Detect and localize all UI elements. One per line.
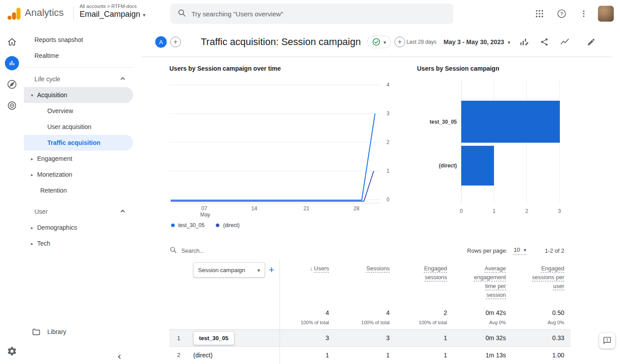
nav-monetization[interactable]: Monetization <box>24 167 133 182</box>
nav-reports-snapshot[interactable]: Reports snapshot <box>24 32 133 48</box>
add-segment-button[interactable] <box>170 37 181 47</box>
insights-button[interactable] <box>558 35 571 49</box>
nav-acquisition[interactable]: Acquisition <box>24 87 133 103</box>
data-table: Rows per page: 10 1-2 of 2 Session campa… <box>169 244 570 364</box>
chevron-down-icon <box>383 38 386 46</box>
account-badge[interactable]: A <box>155 36 167 48</box>
explore-button[interactable] <box>3 76 21 93</box>
table-totals-row: 4100% of total 4100% of total 2100% of t… <box>169 304 570 330</box>
cell-avg-time: 1m 13s <box>447 352 506 359</box>
customize-report-button[interactable] <box>517 35 531 49</box>
nav-tech[interactable]: Tech <box>24 235 133 251</box>
add-dimension-button[interactable] <box>265 262 278 277</box>
table-row[interactable]: 2 (direct) 1 1 1 1m 13s 1.00 <box>169 346 570 363</box>
dimension-select-value: Session campaign <box>198 267 245 273</box>
nav-overview[interactable]: Overview <box>24 103 133 119</box>
avatar[interactable] <box>598 6 614 22</box>
global-search[interactable] <box>170 4 453 24</box>
line-chart: 4 3 2 1 0 07 May 14 21 28 <box>169 76 395 222</box>
total-sessions: 4 <box>329 309 390 316</box>
nav-section-lifecycle[interactable]: Life cycle <box>24 71 133 87</box>
nav-section-user[interactable]: User <box>24 204 133 220</box>
nav-label: Engagement <box>37 155 72 162</box>
bar-direct <box>461 146 494 186</box>
sort-descending-icon: ↓ <box>310 265 313 272</box>
nav-label: Retention <box>40 187 67 194</box>
collapse-nav-button[interactable] <box>115 351 125 362</box>
bar-chart-icon <box>8 59 16 67</box>
cell-users: 3 <box>279 334 329 341</box>
nav-traffic-acquisition[interactable]: Traffic acquisition <box>24 135 133 151</box>
rows-per-page-select[interactable]: 10 <box>513 246 527 255</box>
nav-label: Traffic acquisition <box>47 139 100 146</box>
nav-label: Demographics <box>37 224 77 231</box>
kebab-menu-icon <box>579 9 588 18</box>
reports-button[interactable] <box>3 54 21 72</box>
chevron-up-icon <box>121 209 125 214</box>
admin-settings-button[interactable] <box>3 342 21 360</box>
report-status-badge[interactable] <box>367 36 391 48</box>
legend-item[interactable]: (direct) <box>216 222 239 228</box>
svg-text:14: 14 <box>251 205 257 212</box>
nav-user-acquisition[interactable]: User acquisition <box>24 119 133 135</box>
chevron-down-icon <box>508 38 510 46</box>
check-circle-icon <box>372 38 381 46</box>
svg-text:0: 0 <box>387 197 390 203</box>
search-input[interactable] <box>191 10 430 18</box>
column-header-engaged-sessions-per-user[interactable]: Engaged sessions per user <box>506 260 570 304</box>
table-header-row: Session campaign ↓Users Sessions Engaged… <box>169 260 570 304</box>
nav-realtime[interactable]: Realtime <box>24 48 133 64</box>
column-header-avg-engagement-time[interactable]: Average engagement time per session <box>447 260 506 304</box>
svg-text:2: 2 <box>525 208 528 214</box>
advertising-button[interactable] <box>3 97 21 114</box>
table-search-input[interactable] <box>181 247 256 254</box>
cell-users: 1 <box>279 352 329 359</box>
apps-grid-button[interactable] <box>532 6 547 22</box>
add-report-button[interactable] <box>394 37 405 47</box>
compass-icon <box>7 79 17 90</box>
svg-text:07: 07 <box>201 205 207 212</box>
feedback-button[interactable] <box>599 333 615 349</box>
chevron-down-icon <box>524 246 526 253</box>
edit-report-button[interactable] <box>585 35 598 49</box>
date-range-picker[interactable]: May 3 - May 30, 2023 <box>444 38 510 46</box>
legend-item[interactable]: test_30_05 <box>171 222 204 228</box>
table-row[interactable]: 1 test_30_05 3 3 1 0m 32s 0.33 <box>169 330 570 346</box>
dimension-header: Session campaign <box>188 260 279 304</box>
section-label: User <box>34 208 48 215</box>
total-engaged: 2 <box>390 309 447 316</box>
nav-demographics[interactable]: Demographics <box>24 220 133 235</box>
pagination-label: 1-2 of 2 <box>545 247 564 254</box>
avatar-image <box>598 6 614 22</box>
reports-active-indicator <box>5 56 19 70</box>
nav-retention[interactable]: Retention <box>24 182 133 198</box>
column-header-sessions[interactable]: Sessions <box>329 260 390 304</box>
divider <box>73 7 74 21</box>
nav-label: Acquisition <box>37 91 67 99</box>
nav-library[interactable]: Library <box>24 324 133 340</box>
overflow-menu-button[interactable] <box>576 6 592 22</box>
column-header-users[interactable]: ↓Users <box>279 260 329 304</box>
help-button[interactable]: ? <box>554 6 570 22</box>
dimension-select[interactable]: Session campaign <box>193 262 265 277</box>
feedback-icon <box>603 336 612 345</box>
legend-dot-blue-icon <box>171 224 175 227</box>
nav-label: Library <box>47 328 66 335</box>
nav-engagement[interactable]: Engagement <box>24 151 133 167</box>
home-button[interactable] <box>3 33 21 51</box>
insights-sparkline-icon <box>560 37 570 47</box>
section-label: Life cycle <box>34 76 60 83</box>
table-search[interactable] <box>169 246 256 255</box>
divider <box>24 67 133 68</box>
svg-text:3: 3 <box>558 208 561 214</box>
dimension-cell-chip[interactable]: test_30_05 <box>193 331 234 345</box>
share-button[interactable] <box>538 35 551 49</box>
row-number-header <box>169 260 188 304</box>
column-header-engaged-sessions[interactable]: Engaged sessions <box>390 260 447 304</box>
target-icon <box>7 100 17 111</box>
account-switcher[interactable]: All accounts > RTFM-docs Email_Campaign <box>80 4 145 19</box>
legend-label: test_30_05 <box>178 222 204 228</box>
nav-label: Tech <box>37 240 50 247</box>
series-test30-line <box>171 114 375 200</box>
total-per-user: 0.50 <box>506 309 564 316</box>
